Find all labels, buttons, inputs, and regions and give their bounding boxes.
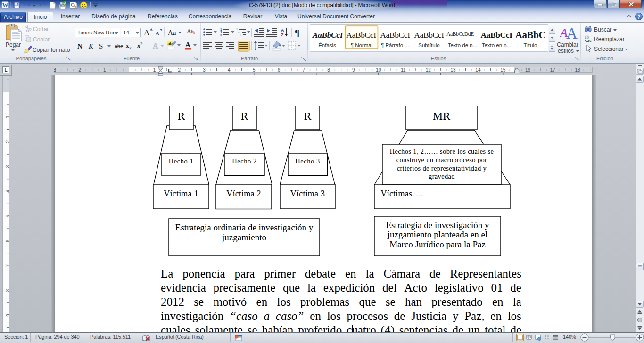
svg-text:construye un macroproceso por: construye un macroproceso por [396, 156, 487, 163]
svg-text:juzgamiento planteada en el: juzgamiento planteada en el [387, 229, 488, 239]
svg-text:AaBbCcI: AaBbCcI [346, 30, 376, 40]
svg-text:Hecho 3: Hecho 3 [295, 157, 320, 165]
svg-text:AaBbC: AaBbC [515, 29, 546, 41]
svg-text:Víctima 2: Víctima 2 [226, 189, 261, 198]
svg-text:AaBbCcI: AaBbCcI [480, 30, 512, 40]
svg-text:Subtítulo: Subtítulo [418, 42, 439, 48]
svg-text:abe: abe [115, 42, 123, 49]
svg-text:MR: MR [433, 110, 450, 122]
svg-text:ac: ac [587, 38, 592, 42]
svg-text:Énfasis: Énfasis [318, 42, 336, 48]
svg-text:S: S [99, 42, 103, 50]
svg-text:x: x [126, 42, 129, 49]
svg-text:Víctimas….: Víctimas…. [381, 189, 423, 198]
svg-text:Estrategia ordinaria de invest: Estrategia ordinaria de investigación y [175, 222, 314, 232]
svg-text:A: A [281, 28, 284, 33]
svg-text:AaBbCcI: AaBbCcI [380, 30, 410, 40]
svg-text:2: 2 [140, 41, 143, 46]
svg-text:juzgamiento: juzgamiento [222, 232, 266, 242]
svg-text:Estrategia de investigación y: Estrategia de investigación y [386, 220, 489, 230]
svg-text:x: x [137, 42, 140, 49]
svg-text:Hechos 1, 2…… sobre los cuales: Hechos 1, 2…… sobre los cuales se [390, 147, 494, 155]
svg-text:K: K [88, 42, 94, 50]
svg-text:gravedad: gravedad [429, 172, 455, 180]
svg-text:R: R [177, 110, 185, 122]
svg-text:Víctima 3: Víctima 3 [290, 189, 325, 198]
svg-text:AaBbCcI: AaBbCcI [312, 30, 344, 40]
svg-text:Z: Z [281, 33, 284, 37]
svg-text:3: 3 [220, 33, 222, 37]
svg-text:Aa: Aa [168, 29, 176, 36]
svg-text:A: A [566, 25, 578, 40]
svg-text:A: A [185, 41, 190, 49]
svg-text:Víctima 1: Víctima 1 [164, 189, 198, 198]
svg-text:Texto en n...: Texto en n... [482, 42, 512, 48]
svg-text:2: 2 [129, 46, 132, 50]
svg-text:Hecho 1: Hecho 1 [169, 157, 194, 165]
svg-text:AaBbCcI: AaBbCcI [414, 30, 444, 40]
svg-text:AaBbCcDdE: AaBbCcDdE [446, 31, 474, 37]
svg-text:Marco Jurídico para la Paz: Marco Jurídico para la Paz [389, 239, 486, 249]
svg-text:A: A [153, 42, 158, 50]
svg-text:criterios de representatividad: criterios de representatividad y [397, 164, 487, 172]
svg-text:A: A [155, 30, 160, 37]
svg-text:Título: Título [524, 42, 537, 48]
svg-text:R: R [304, 110, 311, 122]
svg-text:Texto de n...: Texto de n... [448, 42, 478, 48]
svg-text:i: i [240, 33, 240, 36]
svg-text:Hecho 2: Hecho 2 [232, 157, 257, 165]
svg-text:¶ Normal: ¶ Normal [351, 42, 372, 48]
svg-text:¶: ¶ [295, 28, 299, 38]
svg-text:R: R [240, 110, 248, 122]
svg-text:N: N [77, 42, 83, 50]
svg-text:A: A [144, 28, 150, 37]
svg-text:¶ Párrafo ...: ¶ Párrafo ... [381, 42, 409, 48]
